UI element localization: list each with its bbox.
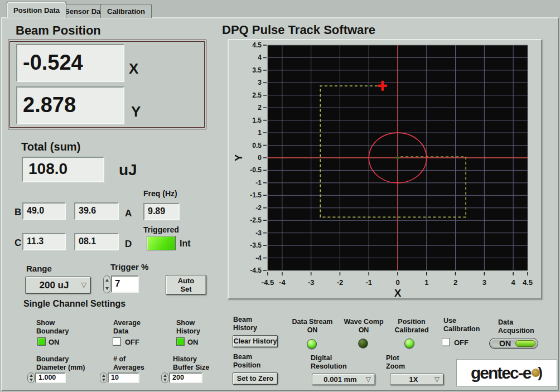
show-history-state: ON xyxy=(187,338,199,346)
clear-history-button[interactable]: Clear History xyxy=(233,335,278,347)
svg-text:-3: -3 xyxy=(308,278,315,287)
position-calibrated-label: Position Calibrated xyxy=(386,318,437,335)
boundary-diameter-input[interactable]: 1.000 xyxy=(35,372,66,383)
svg-text:-1: -1 xyxy=(255,179,262,187)
svg-text:2.5: 2.5 xyxy=(252,91,262,99)
trigger-percent-label: Trigger % xyxy=(110,262,148,272)
svg-text:Y: Y xyxy=(233,154,244,161)
svg-text:-1.5: -1.5 xyxy=(250,191,262,199)
svg-text:-3: -3 xyxy=(255,229,262,237)
beam-plot-frame: 4.543.532.521.510.50-0.5-1-1.5-2-2.5-3-3… xyxy=(228,39,542,299)
increment-icon xyxy=(30,374,33,377)
range-label: Range xyxy=(26,264,52,274)
tab-calibration[interactable]: Calibration xyxy=(100,4,152,18)
svg-text:0: 0 xyxy=(395,278,399,287)
svg-text:X: X xyxy=(394,287,402,298)
wave-comp-label: Wave Comp ON xyxy=(338,318,389,335)
range-dropdown[interactable]: 200 uJ ▽ xyxy=(25,277,91,294)
svg-text:4: 4 xyxy=(511,278,515,287)
plot-zoom-value: 1X xyxy=(409,375,418,384)
beam-position-frame: -0.524 X 2.878 Y xyxy=(8,40,206,129)
svg-text:-4: -4 xyxy=(255,254,262,262)
svg-text:4: 4 xyxy=(258,54,262,61)
tab-label: Calibration xyxy=(107,7,145,16)
history-buffer-stepper[interactable] xyxy=(161,372,168,383)
quadrant-a-display: 39.6 xyxy=(74,202,119,220)
show-history-label: Show History xyxy=(176,319,200,336)
y-axis-caption: Y xyxy=(131,103,141,120)
svg-text:-4.5: -4.5 xyxy=(262,278,274,287)
beam-plot: 4.543.532.521.510.50-0.5-1-1.5-2-2.5-3-3… xyxy=(229,40,541,298)
svg-text:-4: -4 xyxy=(279,278,286,287)
auto-set-button[interactable]: Auto Set xyxy=(166,275,206,295)
beam-position-title: Beam Position xyxy=(16,23,101,38)
total-sum-label: Total (sum) xyxy=(21,141,80,154)
svg-text:4.5: 4.5 xyxy=(523,278,533,287)
digital-resolution-dropdown[interactable]: 0.001 mm ▽ xyxy=(312,374,375,385)
svg-text:0.5: 0.5 xyxy=(252,142,262,149)
quadrant-c-label: C xyxy=(15,238,21,249)
data-acquisition-state: ON xyxy=(499,339,511,348)
chart-title: DPQ Pulse Track Software xyxy=(222,23,375,37)
quadrant-d-label: D xyxy=(125,239,132,250)
num-averages-input[interactable]: 10 xyxy=(108,372,139,383)
history-buffer-input[interactable]: 200 xyxy=(169,372,202,383)
quadrant-b-display: 49.0 xyxy=(22,202,66,220)
average-data-label: Average Data xyxy=(113,319,141,336)
quadrant-c-display: 11.3 xyxy=(22,233,66,250)
show-boundary-state: ON xyxy=(49,338,60,346)
gentec-logo-paren: ) xyxy=(538,364,543,381)
svg-text:1: 1 xyxy=(258,129,262,137)
average-data-state: OFF xyxy=(125,338,139,346)
boundary-diameter-stepper[interactable] xyxy=(27,372,35,383)
freq-display: 9.89 xyxy=(143,203,180,220)
show-boundary-label: Show Boundary xyxy=(36,319,69,336)
decrement-icon xyxy=(30,379,33,381)
gentec-logo: gentec-e) xyxy=(456,359,557,386)
x-axis-caption: X xyxy=(129,60,138,78)
svg-text:-2: -2 xyxy=(337,278,344,287)
num-averages-stepper[interactable] xyxy=(100,372,107,383)
triggered-label: Triggered xyxy=(143,225,179,235)
quadrant-a-label: A xyxy=(125,208,132,219)
data-acquisition-label: Data Acqusition xyxy=(498,318,534,335)
svg-text:3: 3 xyxy=(258,79,262,86)
svg-text:-1: -1 xyxy=(365,278,372,287)
svg-text:0: 0 xyxy=(258,154,262,162)
svg-text:-2.5: -2.5 xyxy=(250,216,262,224)
use-calibration-checkbox[interactable] xyxy=(442,338,450,346)
show-history-checkbox[interactable] xyxy=(176,337,185,346)
tab-position-data[interactable]: Position Data xyxy=(7,2,66,18)
svg-text:1.5: 1.5 xyxy=(252,117,262,124)
x-position-display: -0.524 xyxy=(16,44,124,82)
digital-resolution-value: 0.001 mm xyxy=(324,375,356,384)
toggle-knob xyxy=(515,340,535,347)
data-acquisition-toggle[interactable]: ON xyxy=(489,338,538,349)
data-stream-label: Data Stream ON xyxy=(287,318,338,335)
range-value: 200 uJ xyxy=(40,280,69,291)
trigger-percent-stepper[interactable] xyxy=(103,275,110,293)
svg-text:2: 2 xyxy=(453,278,457,287)
increment-icon xyxy=(163,374,167,377)
use-calibration-label: Use Calibration xyxy=(443,317,480,333)
increment-icon xyxy=(105,279,109,282)
svg-text:-4.5: -4.5 xyxy=(250,267,262,274)
digital-resolution-label: Digital Resolution xyxy=(311,354,347,371)
svg-text:3.5: 3.5 xyxy=(252,66,262,74)
set-to-zero-button[interactable]: Set to Zero xyxy=(233,372,278,385)
svg-text:1: 1 xyxy=(424,278,428,287)
wave-comp-led xyxy=(358,338,368,349)
triggered-led xyxy=(147,236,176,250)
data-stream-led xyxy=(307,339,317,349)
trigger-percent-input[interactable]: 7 xyxy=(111,275,139,293)
plot-zoom-dropdown[interactable]: 1X ▽ xyxy=(390,374,444,385)
gentec-logo-text: gentec-e xyxy=(471,364,530,383)
average-data-checkbox[interactable] xyxy=(113,337,121,346)
show-boundary-checkbox[interactable] xyxy=(37,337,46,346)
single-channel-settings-title: Single Channel Settings xyxy=(23,299,125,309)
total-sum-display: 108.0 xyxy=(22,157,104,182)
decrement-icon xyxy=(163,379,167,381)
freq-label: Freq (Hz) xyxy=(143,189,177,199)
use-calibration-state: OFF xyxy=(454,338,469,347)
decrement-icon xyxy=(102,379,105,381)
